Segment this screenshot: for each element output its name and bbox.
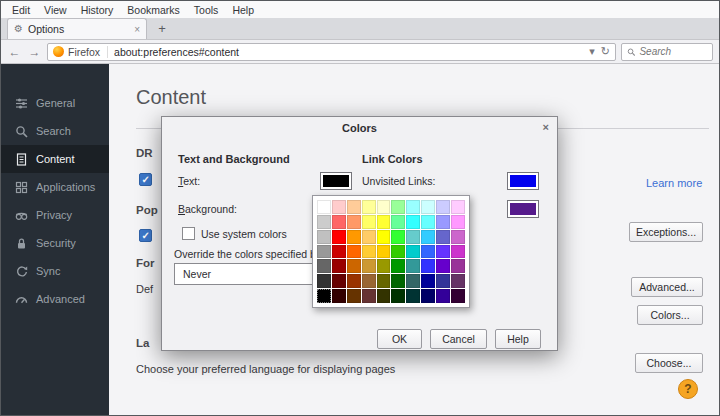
palette-swatch[interactable]: [421, 274, 435, 288]
tab-options[interactable]: ⚙ Options ×: [7, 18, 147, 39]
palette-swatch[interactable]: [317, 259, 331, 273]
drm-checkbox[interactable]: [139, 173, 152, 186]
palette-swatch[interactable]: [377, 289, 391, 303]
forward-icon[interactable]: →: [27, 46, 42, 58]
sidebar-item-search[interactable]: Search: [1, 117, 109, 145]
palette-swatch[interactable]: [317, 200, 331, 214]
palette-swatch[interactable]: [451, 274, 465, 288]
palette-swatch[interactable]: [347, 230, 361, 244]
sidebar-item-content[interactable]: Content: [1, 145, 109, 173]
palette-swatch[interactable]: [391, 259, 405, 273]
palette-swatch[interactable]: [436, 274, 450, 288]
sidebar-item-sync[interactable]: Sync: [1, 257, 109, 285]
palette-swatch[interactable]: [347, 200, 361, 214]
palette-swatch[interactable]: [421, 259, 435, 273]
palette-swatch[interactable]: [451, 230, 465, 244]
override-dropdown[interactable]: Never: [174, 263, 324, 285]
palette-swatch[interactable]: [406, 230, 420, 244]
text-color-swatch[interactable]: [320, 172, 352, 190]
menu-help[interactable]: Help: [225, 2, 261, 18]
palette-swatch[interactable]: [406, 274, 420, 288]
palette-swatch[interactable]: [421, 215, 435, 229]
palette-swatch[interactable]: [406, 289, 420, 303]
cancel-button[interactable]: Cancel: [430, 329, 487, 349]
palette-swatch[interactable]: [332, 215, 346, 229]
colors-button[interactable]: Colors...: [637, 305, 703, 325]
palette-swatch[interactable]: [317, 215, 331, 229]
palette-swatch[interactable]: [332, 200, 346, 214]
palette-swatch[interactable]: [391, 230, 405, 244]
use-system-colors-checkbox[interactable]: [182, 227, 195, 240]
sidebar-item-applications[interactable]: Applications: [1, 173, 109, 201]
palette-swatch[interactable]: [317, 230, 331, 244]
exceptions-button[interactable]: Exceptions...: [629, 222, 703, 242]
palette-swatch[interactable]: [377, 230, 391, 244]
menu-view[interactable]: View: [37, 2, 74, 18]
palette-swatch[interactable]: [391, 200, 405, 214]
palette-swatch[interactable]: [421, 200, 435, 214]
palette-swatch[interactable]: [377, 245, 391, 259]
palette-swatch[interactable]: [332, 289, 346, 303]
palette-swatch[interactable]: [347, 245, 361, 259]
palette-swatch[interactable]: [451, 245, 465, 259]
palette-swatch[interactable]: [317, 289, 331, 303]
sidebar-item-security[interactable]: Security: [1, 229, 109, 257]
sidebar-item-general[interactable]: General: [1, 89, 109, 117]
site-identity[interactable]: Firefox: [53, 46, 108, 58]
palette-swatch[interactable]: [436, 200, 450, 214]
palette-swatch[interactable]: [362, 215, 376, 229]
search-input[interactable]: [639, 46, 707, 57]
palette-swatch[interactable]: [317, 245, 331, 259]
palette-swatch[interactable]: [406, 245, 420, 259]
palette-swatch[interactable]: [347, 289, 361, 303]
learn-more-link[interactable]: Learn more: [646, 177, 702, 189]
dialog-close-icon[interactable]: ×: [543, 121, 549, 133]
search-box[interactable]: [621, 43, 713, 61]
palette-swatch[interactable]: [362, 274, 376, 288]
tab-close-icon[interactable]: ×: [134, 24, 140, 35]
palette-swatch[interactable]: [451, 259, 465, 273]
help-dialog-button[interactable]: Help: [495, 329, 541, 349]
palette-swatch[interactable]: [436, 230, 450, 244]
palette-swatch[interactable]: [347, 215, 361, 229]
reload-icon[interactable]: ↻: [601, 46, 610, 57]
ok-button[interactable]: OK: [377, 329, 422, 349]
palette-swatch[interactable]: [436, 215, 450, 229]
new-tab-button[interactable]: +: [150, 21, 174, 37]
palette-swatch[interactable]: [362, 259, 376, 273]
palette-swatch[interactable]: [391, 289, 405, 303]
palette-swatch[interactable]: [421, 289, 435, 303]
palette-swatch[interactable]: [377, 215, 391, 229]
palette-swatch[interactable]: [347, 259, 361, 273]
menu-bookmarks[interactable]: Bookmarks: [120, 2, 187, 18]
palette-swatch[interactable]: [391, 245, 405, 259]
popups-checkbox[interactable]: [139, 229, 152, 242]
menu-tools[interactable]: Tools: [187, 2, 226, 18]
palette-swatch[interactable]: [406, 259, 420, 273]
back-icon[interactable]: ←: [7, 46, 22, 58]
palette-swatch[interactable]: [362, 245, 376, 259]
url-bar[interactable]: Firefox about:preferences#content ▾ ↻: [47, 43, 616, 61]
palette-swatch[interactable]: [332, 245, 346, 259]
palette-swatch[interactable]: [421, 245, 435, 259]
palette-swatch[interactable]: [317, 274, 331, 288]
visited-links-swatch[interactable]: [507, 200, 539, 218]
palette-swatch[interactable]: [421, 230, 435, 244]
help-button[interactable]: ?: [678, 379, 698, 399]
advanced-button[interactable]: Advanced...: [631, 277, 703, 297]
palette-swatch[interactable]: [391, 215, 405, 229]
palette-swatch[interactable]: [406, 215, 420, 229]
palette-swatch[interactable]: [362, 289, 376, 303]
palette-swatch[interactable]: [377, 259, 391, 273]
palette-swatch[interactable]: [391, 274, 405, 288]
palette-swatch[interactable]: [436, 259, 450, 273]
unvisited-links-swatch[interactable]: [507, 172, 539, 190]
menu-history[interactable]: History: [74, 2, 121, 18]
urlbar-dropdown-icon[interactable]: ▾: [589, 46, 595, 57]
palette-swatch[interactable]: [377, 200, 391, 214]
palette-swatch[interactable]: [436, 289, 450, 303]
palette-swatch[interactable]: [332, 259, 346, 273]
sidebar-item-advanced[interactable]: Advanced: [1, 285, 109, 313]
palette-swatch[interactable]: [451, 200, 465, 214]
palette-swatch[interactable]: [436, 245, 450, 259]
